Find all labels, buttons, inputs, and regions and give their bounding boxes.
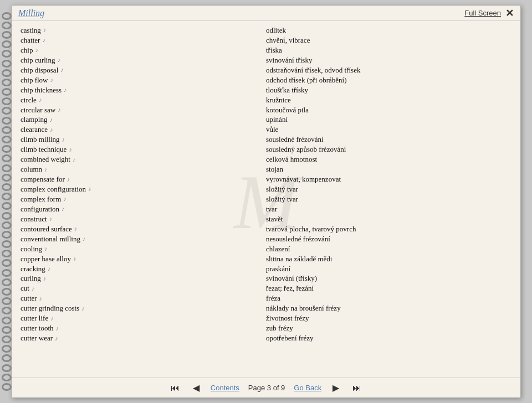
term-text: cracking — [21, 264, 45, 274]
audio-button[interactable]: ♪ — [42, 37, 45, 43]
last-page-button[interactable]: ⏭ — [350, 382, 364, 394]
list-item: nesousledné frézování — [266, 234, 511, 244]
term-text: complex form — [21, 194, 61, 204]
ring — [2, 69, 12, 77]
ring — [2, 107, 12, 115]
goback-link[interactable]: Go Back — [294, 384, 321, 392]
audio-button[interactable]: ♪ — [44, 167, 48, 173]
audio-button[interactable]: ♪ — [63, 196, 66, 202]
audio-button[interactable]: ♪ — [50, 127, 53, 133]
audio-button[interactable]: ♪ — [57, 57, 60, 63]
translation-text: tříska — [266, 45, 282, 55]
ring — [2, 259, 12, 267]
list-item: fréza — [266, 293, 511, 303]
term-text: configuration — [21, 204, 59, 214]
next-page-button[interactable]: ▶ — [330, 381, 341, 394]
ring — [2, 250, 12, 257]
term-text: chip flow — [21, 75, 48, 85]
audio-button[interactable]: ♪ — [55, 335, 58, 342]
audio-button[interactable]: ♪ — [43, 276, 47, 282]
term-text: chip thickness — [21, 85, 62, 95]
term-text: casting — [21, 25, 41, 35]
ring — [2, 79, 12, 86]
audio-button[interactable]: ♪ — [39, 97, 42, 103]
audio-button[interactable]: ♪ — [67, 177, 70, 183]
ring — [2, 297, 12, 305]
term-text: complex configuration — [21, 184, 86, 194]
translation-text: chvění, vibrace — [266, 35, 310, 45]
audio-button[interactable]: ♪ — [39, 296, 43, 302]
list-item: contoured surface♪ — [21, 224, 266, 234]
fullscreen-button[interactable]: Full Screen — [464, 9, 501, 17]
term-text: column — [21, 164, 42, 174]
ring — [2, 174, 12, 182]
translation-text: chlazení — [266, 244, 290, 254]
term-text: cutter — [21, 293, 37, 303]
list-item: vůle — [266, 125, 511, 135]
term-text: cut — [21, 283, 29, 293]
term-text: curling — [21, 273, 41, 283]
ring — [2, 145, 12, 153]
page-title[interactable]: Milling — [18, 8, 44, 18]
list-item: cut♪ — [21, 283, 266, 293]
translation-text: složitý tvar — [266, 194, 298, 204]
translation-text: odstraňování třísek, odvod třísek — [266, 65, 360, 75]
ring — [2, 97, 12, 105]
close-button[interactable]: ✕ — [505, 8, 514, 18]
prev-page-button[interactable]: ◀ — [191, 381, 202, 394]
audio-button[interactable]: ♪ — [32, 286, 35, 292]
ring — [2, 278, 12, 286]
ring — [2, 221, 12, 229]
list-item: circular saw♪ — [21, 105, 266, 115]
audio-button[interactable]: ♪ — [73, 157, 76, 163]
ring — [2, 40, 12, 48]
audio-button[interactable]: ♪ — [73, 256, 76, 262]
audio-button[interactable]: ♪ — [43, 27, 47, 33]
audio-button[interactable]: ♪ — [60, 67, 64, 73]
term-text: cutter wear — [21, 333, 53, 343]
audio-button[interactable]: ♪ — [62, 137, 65, 143]
audio-button[interactable]: ♪ — [74, 226, 78, 232]
audio-button[interactable]: ♪ — [44, 246, 48, 252]
translation-text: nesousledné frézování — [266, 234, 330, 244]
list-item: odchod třísek (při obrábění) — [266, 75, 511, 85]
ring — [2, 326, 12, 334]
first-page-button[interactable]: ⏮ — [168, 382, 182, 394]
translation-text: zub frézy — [266, 323, 293, 333]
list-item: celková hmotnost — [266, 154, 511, 164]
list-item: chip♪ — [21, 45, 266, 55]
list-item: opotřebení frézy — [266, 333, 511, 343]
ring — [2, 88, 12, 96]
audio-button[interactable]: ♪ — [62, 206, 65, 212]
list-item: odlitek — [266, 25, 511, 35]
translation-text: sousledné frézování — [266, 135, 324, 144]
audio-button[interactable]: ♪ — [49, 117, 53, 123]
audio-button[interactable]: ♪ — [50, 77, 53, 83]
audio-button[interactable]: ♪ — [81, 306, 85, 312]
list-item: kotoučová pila — [266, 105, 511, 115]
audio-button[interactable]: ♪ — [88, 186, 91, 192]
ring — [2, 22, 12, 29]
audio-button[interactable]: ♪ — [58, 107, 61, 113]
audio-button[interactable]: ♪ — [69, 147, 72, 153]
ring — [2, 154, 12, 162]
audio-button[interactable]: ♪ — [83, 236, 86, 242]
term-text: cutter tooth — [21, 323, 54, 333]
audio-button[interactable]: ♪ — [50, 316, 54, 322]
list-item: cutter tooth♪ — [21, 323, 266, 333]
audio-button[interactable]: ♪ — [49, 216, 53, 222]
list-item: column♪ — [21, 164, 266, 174]
list-item: kružnice — [266, 95, 511, 105]
audio-button[interactable]: ♪ — [35, 47, 38, 53]
audio-button[interactable]: ♪ — [48, 266, 51, 272]
page-indicator: Page 3 of 9 — [248, 384, 285, 392]
translation-text: opotřebení frézy — [266, 333, 314, 343]
list-item: upínání — [266, 115, 511, 125]
header: Milling Full Screen ✕ — [12, 6, 520, 21]
audio-button[interactable]: ♪ — [64, 87, 67, 93]
contents-link[interactable]: Contents — [211, 384, 239, 392]
term-text: combined weight — [21, 154, 70, 164]
audio-button[interactable]: ♪ — [56, 326, 59, 332]
term-text: copper base alloy — [21, 254, 71, 264]
content-area: M casting♪chatter♪chip♪chip curling♪chip… — [12, 21, 520, 378]
